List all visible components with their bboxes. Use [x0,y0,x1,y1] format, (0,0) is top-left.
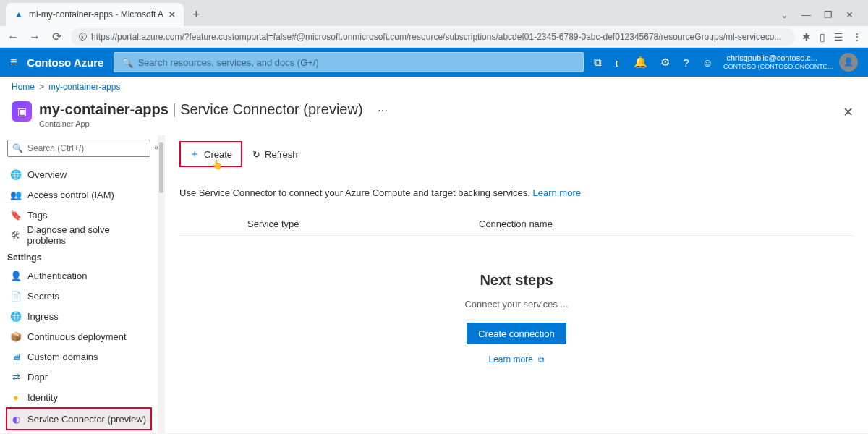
portal-brand[interactable]: Contoso Azure [27,56,103,69]
sidebar-item-icon: 🔖 [10,210,22,221]
sidebar-item-icon: 🌐 [10,311,22,322]
sidebar-item-label: Dapr [27,372,48,383]
sidebar-item-locks[interactable]: 🔒Locks [7,430,150,433]
tab-close-icon[interactable]: ✕ [168,9,176,20]
notifications-icon[interactable]: 🔔 [634,56,647,69]
cloud-shell-icon[interactable]: ⧉ [594,56,602,69]
window-close-icon[interactable]: ✕ [846,9,854,20]
sidebar-item-icon: 📄 [10,291,22,302]
col-service-type[interactable]: Service type [244,213,476,235]
sidebar-item-icon: 👤 [10,271,22,281]
create-highlight-box: ＋ Create 👆 [179,141,242,167]
col-connection-name[interactable]: Connection name [476,213,854,235]
sidebar-item-access-control-iam-[interactable]: 👥Access control (IAM) [7,184,150,205]
profile-icon[interactable]: ☰ [834,31,843,43]
sidebar: 🔍 « 🌐Overview👥Access control (IAM)🔖Tags🛠… [0,135,158,433]
refresh-icon: ↻ [252,149,260,160]
feedback-icon[interactable]: ☺ [702,56,713,69]
sidebar-item-icon: 👥 [10,190,22,200]
refresh-button[interactable]: ↻ Refresh [245,144,305,164]
close-blade-icon[interactable]: ✕ [840,101,856,123]
azure-top-bar: ≡ Contoso Azure 🔍 ⧉ ⫾ 🔔 ⚙ ? ☺ chrisqpubl… [0,48,868,77]
sidebar-item-icon: 🖥 [10,352,22,362]
sidebar-item-identity[interactable]: ●Identity [7,387,150,407]
container-app-icon: ▣ [12,101,32,122]
maximize-icon[interactable]: ❐ [824,9,833,20]
sidebar-search[interactable]: 🔍 [7,140,150,157]
sidebar-item-label: Tags [27,210,47,221]
sidebar-item-label: Overview [27,169,67,180]
tab-title: ml-my-container-apps - Microsoft A [29,9,163,20]
resource-subtype: Container App [39,119,833,128]
browser-tab[interactable]: ▲ ml-my-container-apps - Microsoft A ✕ [6,3,184,26]
main-content: ＋ Create 👆 ↻ Refresh Use Service Connect… [165,135,868,433]
empty-title: Next steps [179,272,854,289]
sidebar-item-ingress[interactable]: 🌐Ingress [7,306,150,326]
new-tab-button[interactable]: + [188,7,205,22]
filter-icon[interactable]: ⫾ [615,56,621,69]
minimize-icon[interactable]: — [801,9,811,20]
browser-tab-strip: ▲ ml-my-container-apps - Microsoft A ✕ +… [0,0,868,26]
sidebar-item-dapr[interactable]: ⇄Dapr [7,367,150,387]
toolbar: ＋ Create 👆 ↻ Refresh [179,141,854,167]
sidebar-item-overview[interactable]: 🌐Overview [7,164,150,184]
table-header: Service type Connection name [179,213,854,236]
cursor-pointer-icon: 👆 [211,159,223,170]
sidebar-item-icon: 🛠 [10,230,22,241]
chevron-down-icon[interactable]: ⌄ [780,9,788,20]
breadcrumb: Home > my-container-apps [0,77,868,97]
sidebar-item-label: Identity [27,392,58,403]
sidebar-heading-settings: Settings [7,252,150,263]
url-field[interactable]: 🛈 https://portal.azure.com/?feature.cust… [71,28,795,46]
help-icon[interactable]: ? [683,56,689,69]
reload-icon[interactable]: ⟳ [49,30,64,43]
account-menu[interactable]: chrisqpublic@contoso.c... CONTOSO (CONTO… [723,53,858,72]
sidebar-item-label: Access control (IAM) [27,190,114,200]
account-email: chrisqpublic@contoso.c... [723,54,817,63]
description-text: Use Service Connector to connect your Az… [179,187,854,198]
sidebar-item-custom-domains[interactable]: 🖥Custom domains [7,346,150,367]
sidebar-item-label: Ingress [27,311,59,322]
empty-learn-more-link[interactable]: Learn more ⧉ [488,354,544,365]
extensions-icon[interactable]: ✱ [802,31,811,43]
collapse-sidebar-icon[interactable]: « [154,142,158,153]
sidebar-item-service-connector-preview-[interactable]: ◐Service Connector (preview) [7,409,150,429]
back-icon[interactable]: ← [6,30,20,43]
page-title: my-container-apps | Service Connector (p… [39,101,833,118]
more-actions-icon[interactable]: ⋯ [375,102,391,119]
sidebar-item-secrets[interactable]: 📄Secrets [7,286,150,306]
hamburger-icon[interactable]: ≡ [10,56,17,69]
azure-search-input[interactable] [137,57,576,68]
scroll-thumb[interactable] [159,142,163,193]
sidebar-item-label: Diagnose and solve problems [27,224,148,246]
azure-search[interactable]: 🔍 [114,52,584,72]
avatar: 👤 [839,53,858,72]
menu-icon[interactable]: ⋮ [852,31,862,43]
empty-subtitle: Connect your services ... [179,299,854,310]
forward-icon[interactable]: → [27,30,42,43]
create-connection-button[interactable]: Create connection [467,323,566,344]
breadcrumb-sep: > [39,82,44,92]
sidebar-item-icon: ● [10,392,22,403]
ext2-icon[interactable]: ▯ [820,31,825,43]
breadcrumb-current[interactable]: my-container-apps [48,82,120,92]
sidebar-item-authentication[interactable]: 👤Authentication [7,265,150,286]
search-icon: 🔍 [122,57,133,68]
sidebar-item-icon: 🌐 [10,169,22,180]
sidebar-item-continuous-deployment[interactable]: 📦Continuous deployment [7,326,150,346]
azure-favicon: ▲ [13,9,25,20]
sidebar-item-tags[interactable]: 🔖Tags [7,205,150,225]
sidebar-item-label: Service Connector (preview) [27,414,146,425]
sidebar-item-diagnose-and-solve-problems[interactable]: 🛠Diagnose and solve problems [7,225,150,245]
sidebar-scrollbar[interactable] [158,135,165,433]
url-text: https://portal.azure.com/?feature.custom… [91,32,781,42]
page-header: ▣ my-container-apps | Service Connector … [0,97,868,135]
settings-icon[interactable]: ⚙ [660,56,670,69]
sidebar-item-label: Authentication [27,271,87,281]
sidebar-search-input[interactable] [27,143,145,153]
breadcrumb-home[interactable]: Home [12,82,35,92]
learn-more-link[interactable]: Learn more [532,187,580,198]
refresh-label: Refresh [265,149,298,160]
sidebar-item-label: Secrets [27,291,59,302]
search-icon: 🔍 [12,143,23,153]
